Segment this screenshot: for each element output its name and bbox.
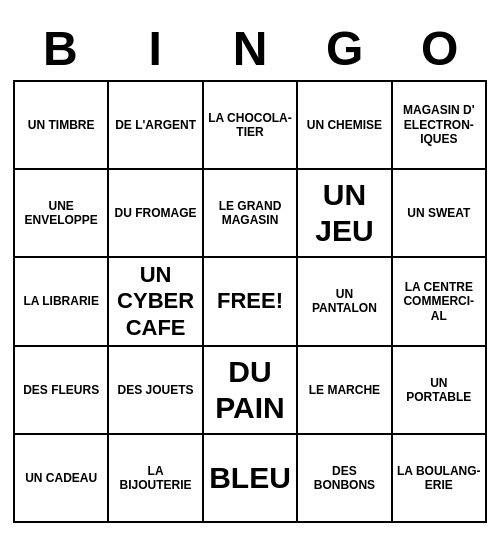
bingo-cell-12: FREE! [204, 258, 298, 347]
title-n: N [206, 21, 294, 76]
bingo-cell-0: UN TIMBRE [15, 82, 109, 170]
bingo-cell-11: UN CYBER CAFE [109, 258, 203, 347]
bingo-cell-6: DU FROMAGE [109, 170, 203, 258]
bingo-cell-17: DU PAIN [204, 347, 298, 435]
bingo-cell-24: LA BOULANG-ERIE [393, 435, 487, 523]
bingo-cell-1: DE L'ARGENT [109, 82, 203, 170]
bingo-card: B I N G O UN TIMBREDE L'ARGENTLA CHOCOLA… [5, 13, 495, 531]
bingo-cell-3: UN CHEMISE [298, 82, 392, 170]
bingo-cell-10: LA LIBRARIE [15, 258, 109, 347]
bingo-grid: UN TIMBREDE L'ARGENTLA CHOCOLA-TIERUN CH… [13, 80, 487, 523]
bingo-cell-8: UN JEU [298, 170, 392, 258]
bingo-cell-7: LE GRAND MAGASIN [204, 170, 298, 258]
bingo-cell-23: DES BONBONS [298, 435, 392, 523]
bingo-cell-13: UN PANTALON [298, 258, 392, 347]
title-b: B [16, 21, 104, 76]
bingo-cell-21: LA BIJOUTERIE [109, 435, 203, 523]
bingo-title: B I N G O [13, 21, 487, 76]
title-i: I [111, 21, 199, 76]
bingo-cell-19: UN PORTABLE [393, 347, 487, 435]
bingo-cell-5: UNE ENVELOPPE [15, 170, 109, 258]
title-g: G [301, 21, 389, 76]
bingo-cell-20: UN CADEAU [15, 435, 109, 523]
bingo-cell-18: LE MARCHE [298, 347, 392, 435]
bingo-cell-15: DES FLEURS [15, 347, 109, 435]
bingo-cell-16: DES JOUETS [109, 347, 203, 435]
title-o: O [396, 21, 484, 76]
bingo-cell-14: LA CENTRE COMMERCI-AL [393, 258, 487, 347]
bingo-cell-9: UN SWEAT [393, 170, 487, 258]
bingo-cell-22: BLEU [204, 435, 298, 523]
bingo-cell-2: LA CHOCOLA-TIER [204, 82, 298, 170]
bingo-cell-4: MAGASIN D' ELECTRON-IQUES [393, 82, 487, 170]
